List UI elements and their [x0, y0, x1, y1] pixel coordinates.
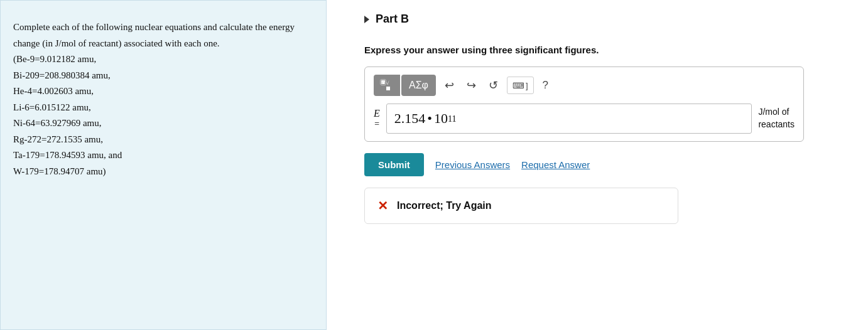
answer-container: □ √ ΑΣφ ↩ ↪ ↺ ⌨ ]: [364, 67, 804, 142]
svg-rect-6: [386, 87, 390, 90]
input-row: E = 2.154 • 1011 J/mol of reactants: [374, 104, 795, 134]
submit-button[interactable]: Submit: [364, 153, 424, 176]
undo-icon: ↩: [445, 78, 454, 92]
exponent-value: 11: [448, 114, 457, 124]
svg-text:√: √: [386, 80, 389, 86]
unit-line-2: reactants: [758, 119, 795, 129]
undo-button[interactable]: ↩: [441, 75, 458, 96]
instruction-text: Express your answer using three signific…: [364, 45, 843, 55]
answer-value: 2.154: [394, 110, 426, 127]
part-title: Part B: [376, 13, 409, 26]
unit-line-1: J/mol of: [758, 107, 789, 117]
part-header: Part B: [364, 13, 843, 26]
reset-icon: ↺: [489, 78, 498, 92]
redo-button[interactable]: ↪: [463, 75, 480, 96]
data-line-5: Ni-64=63.927969 amu,: [13, 118, 102, 128]
problem-statement: Complete each of the following nuclear e…: [13, 22, 295, 48]
previous-answers-button[interactable]: Previous Answers: [435, 159, 510, 170]
button-row: Submit Previous Answers Request Answer: [364, 153, 843, 176]
feedback-box: ✕ Incorrect; Try Again: [364, 188, 678, 224]
data-line-7: Ta-179=178.94593 amu, and: [13, 150, 122, 160]
symbol-button[interactable]: ΑΣφ: [401, 75, 436, 96]
data-line-2: Bi-209=208.980384 amu,: [13, 70, 111, 80]
feedback-message: Incorrect; Try Again: [397, 200, 492, 211]
math-template-group: □ √ ΑΣφ: [374, 75, 436, 96]
collapse-triangle-icon[interactable]: [364, 16, 369, 23]
data-line-4: Li-6=6.015122 amu,: [13, 102, 91, 112]
unit-label: J/mol of reactants: [758, 106, 795, 130]
data-list: (Be-9=9.012182 amu, Bi-209=208.980384 am…: [13, 54, 122, 176]
data-line-8: W-179=178.94707 amu): [13, 166, 106, 176]
base-value: 10: [434, 110, 448, 127]
help-button[interactable]: ?: [539, 77, 552, 94]
matrix-template-button[interactable]: □ √: [374, 75, 400, 96]
left-panel: Complete each of the following nuclear e…: [0, 0, 327, 330]
e-label: E =: [374, 108, 380, 129]
reset-button[interactable]: ↺: [485, 75, 502, 96]
data-line-6: Rg-272=272.1535 amu,: [13, 134, 103, 144]
incorrect-icon: ✕: [377, 198, 388, 213]
e-variable: E: [374, 108, 380, 119]
redo-icon: ↪: [467, 78, 476, 92]
keyboard-icon: ⌨: [513, 81, 524, 90]
multiplication-dot: •: [427, 110, 432, 127]
data-line-3: He-4=4.002603 amu,: [13, 86, 94, 96]
request-answer-button[interactable]: Request Answer: [521, 159, 590, 170]
toolbar: □ √ ΑΣφ ↩ ↪ ↺ ⌨ ]: [374, 75, 795, 96]
question-mark-icon: ?: [543, 79, 548, 91]
right-panel: Part B Express your answer using three s…: [327, 0, 868, 330]
keyboard-button[interactable]: ⌨ ]: [507, 77, 534, 94]
math-input-field[interactable]: 2.154 • 1011: [386, 104, 752, 134]
keyboard-bracket: ]: [526, 81, 528, 90]
symbol-label: ΑΣφ: [409, 80, 428, 91]
data-line-1: (Be-9=9.012182 amu,: [13, 54, 96, 64]
equals-sign: =: [374, 119, 379, 129]
